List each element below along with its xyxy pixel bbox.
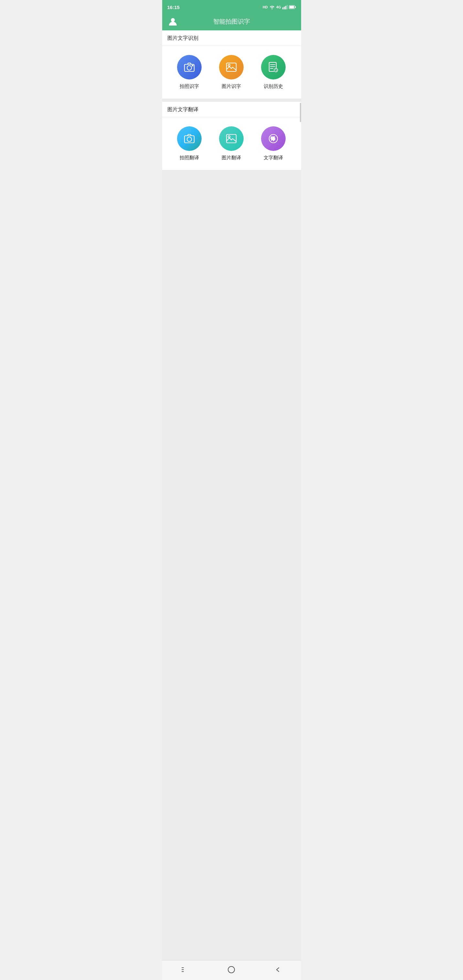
hd-label: HD bbox=[263, 5, 268, 9]
svg-rect-1 bbox=[284, 7, 285, 10]
svg-point-10 bbox=[192, 65, 193, 66]
app-header: 智能拍图识字 bbox=[162, 14, 301, 30]
svg-point-12 bbox=[228, 64, 230, 66]
scrollbar-track bbox=[300, 45, 301, 960]
svg-point-22 bbox=[228, 136, 230, 138]
nav-bar bbox=[162, 960, 301, 980]
svg-point-20 bbox=[187, 137, 192, 142]
signal-label: 4G bbox=[276, 5, 281, 9]
svg-rect-3 bbox=[286, 5, 288, 10]
status-bar: 16:15 HD 4G bbox=[162, 0, 301, 14]
ocr-section-header: 图片文字识别 bbox=[162, 30, 301, 46]
ocr-history-circle bbox=[261, 55, 286, 80]
svg-rect-21 bbox=[226, 134, 236, 143]
svg-point-9 bbox=[187, 65, 192, 70]
status-time: 16:15 bbox=[167, 5, 180, 10]
image-translate-item[interactable]: 图片翻译 bbox=[210, 126, 252, 161]
photo-translate-circle bbox=[177, 126, 202, 151]
main-content: 图片文字识别 拍照识字 图片 bbox=[162, 30, 301, 960]
signal-icon bbox=[282, 5, 288, 10]
image-ocr-item[interactable]: 图片识字 bbox=[210, 55, 252, 89]
photo-ocr-item[interactable]: 拍照识字 bbox=[169, 55, 211, 89]
text-translate-label: 文字翻译 bbox=[264, 155, 283, 161]
svg-rect-6 bbox=[295, 6, 296, 8]
camera-icon bbox=[183, 61, 196, 73]
svg-rect-28 bbox=[228, 966, 235, 973]
image-ocr-label: 图片识字 bbox=[222, 83, 241, 89]
ocr-icon-grid: 拍照识字 图片识字 bbox=[162, 46, 301, 99]
home-button[interactable] bbox=[226, 964, 237, 975]
translate-icon: 译 bbox=[267, 132, 280, 145]
ocr-history-item[interactable]: 识别历史 bbox=[252, 55, 294, 89]
photo-ocr-label: 拍照识字 bbox=[180, 83, 199, 89]
svg-rect-11 bbox=[226, 63, 236, 72]
text-translate-circle: 译 bbox=[261, 126, 286, 151]
image-outline-icon bbox=[225, 132, 237, 145]
bottom-area bbox=[162, 170, 301, 960]
user-icon bbox=[168, 17, 178, 27]
recent-apps-icon bbox=[181, 966, 189, 973]
battery-icon bbox=[289, 5, 296, 9]
section-gap-1 bbox=[162, 99, 301, 102]
svg-point-7 bbox=[171, 18, 175, 22]
image-translate-circle bbox=[219, 126, 243, 151]
image-ocr-circle bbox=[219, 55, 243, 80]
home-icon bbox=[227, 966, 235, 974]
svg-rect-0 bbox=[282, 8, 283, 10]
history-icon bbox=[267, 61, 280, 73]
photo-ocr-circle bbox=[177, 55, 202, 80]
svg-rect-5 bbox=[290, 6, 294, 8]
status-icons: HD 4G bbox=[263, 5, 296, 10]
text-translate-item[interactable]: 译 文字翻译 bbox=[252, 126, 294, 161]
back-icon bbox=[274, 966, 282, 973]
ocr-section-title: 图片文字识别 bbox=[167, 35, 198, 41]
photo-translate-item[interactable]: 拍照翻译 bbox=[169, 126, 211, 161]
translate-icon-grid: 拍照翻译 图片翻译 译 文字翻译 bbox=[162, 117, 301, 170]
image-icon bbox=[225, 61, 237, 73]
camera-outline-icon bbox=[183, 132, 196, 145]
photo-translate-label: 拍照翻译 bbox=[180, 155, 199, 161]
wifi-icon bbox=[269, 5, 275, 10]
svg-text:译: 译 bbox=[271, 136, 275, 141]
image-translate-label: 图片翻译 bbox=[222, 155, 241, 161]
avatar-button[interactable] bbox=[167, 16, 178, 27]
translate-section-title: 图片文字翻译 bbox=[167, 107, 198, 112]
recent-apps-button[interactable] bbox=[180, 964, 190, 975]
ocr-history-label: 识别历史 bbox=[264, 83, 283, 89]
svg-rect-2 bbox=[285, 6, 286, 10]
back-button[interactable] bbox=[273, 964, 283, 975]
scrollbar-thumb[interactable] bbox=[300, 103, 301, 122]
translate-section-header: 图片文字翻译 bbox=[162, 102, 301, 117]
page-title: 智能拍图识字 bbox=[213, 18, 250, 26]
